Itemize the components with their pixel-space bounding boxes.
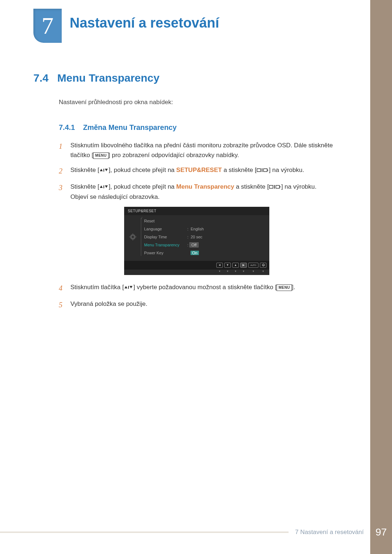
svg-marker-7 xyxy=(100,185,103,188)
nav-power-icon: ⏻ xyxy=(260,263,266,268)
svg-rect-5 xyxy=(264,169,267,172)
up-down-icon xyxy=(99,168,109,172)
side-stripe xyxy=(370,0,392,554)
section-title: Menu Transparency xyxy=(57,72,160,84)
svg-rect-16 xyxy=(132,233,133,234)
svg-marker-20 xyxy=(124,286,127,288)
svg-rect-1 xyxy=(103,169,104,172)
osd-label-display-time: Display Time xyxy=(144,234,184,240)
osd-panel: SETUP&RESET Reset Language Display Time … xyxy=(124,207,269,275)
subsection-title: Změna Menu Transparency xyxy=(83,123,177,131)
nav-enter-icon: ▶ xyxy=(240,263,247,268)
svg-rect-10 xyxy=(269,185,273,188)
page-content: 7.4 Menu Transparency Nastavení průhledn… xyxy=(33,72,335,316)
highlight: SETUP&RESET xyxy=(176,167,222,173)
osd-label-column: Reset Language Display Time Menu Transpa… xyxy=(141,218,184,256)
osd-nav-bar: ◄ ▼ ▲ ▶ AUTO ⏻ xyxy=(124,261,269,270)
menu-key-icon: MENU xyxy=(93,152,108,159)
osd-icon-column xyxy=(128,218,138,256)
step-number: 1 xyxy=(59,140,65,160)
osd-value-transparency-off: : Off xyxy=(187,242,266,248)
svg-point-15 xyxy=(132,236,134,238)
nav-up-icon: ▲ xyxy=(232,263,239,268)
subsection-header: 7.4.1 Změna Menu Transparency xyxy=(59,123,335,132)
subsection-number: 7.4.1 xyxy=(59,123,75,131)
osd-value-transparency-on: On xyxy=(187,250,266,256)
menu-key-icon: MENU xyxy=(277,284,291,291)
step-text: Stiskněte [], pokud chcete přejít na SET… xyxy=(70,165,335,177)
enter-source-icon xyxy=(257,168,269,173)
svg-rect-3 xyxy=(257,169,261,172)
osd-screenshot: SETUP&RESET Reset Language Display Time … xyxy=(59,207,335,275)
step-2: 2 Stiskněte [], pokud chcete přejít na S… xyxy=(59,165,335,177)
svg-rect-8 xyxy=(103,185,104,188)
osd-label-power-key: Power Key xyxy=(144,250,184,256)
svg-rect-21 xyxy=(128,286,129,289)
svg-marker-2 xyxy=(105,169,108,171)
svg-marker-13 xyxy=(279,186,281,188)
svg-rect-19 xyxy=(135,237,136,237)
osd-label-language: Language xyxy=(144,226,184,232)
footer-divider xyxy=(0,532,289,533)
up-down-icon xyxy=(124,285,133,290)
dot-icon: ▾ xyxy=(224,270,231,273)
svg-rect-18 xyxy=(129,237,130,237)
osd-value-language: : English xyxy=(187,226,266,232)
section-header: 7.4 Menu Transparency xyxy=(33,72,335,84)
osd-label-reset: Reset xyxy=(144,218,184,224)
step-5: 5 Vybraná položka se použije. xyxy=(59,299,335,311)
step-3: 3 Stiskněte [], pokud chcete přejít na M… xyxy=(59,182,335,201)
svg-rect-4 xyxy=(262,168,262,172)
step-number: 4 xyxy=(59,282,65,294)
enter-source-icon xyxy=(269,184,281,189)
section-number: 7.4 xyxy=(33,72,49,84)
svg-rect-12 xyxy=(276,185,279,188)
step-text: Stisknutím libovolného tlačítka na předn… xyxy=(70,140,335,160)
step-text: Stiskněte [], pokud chcete přejít na Men… xyxy=(70,182,335,201)
osd-nav-dots: ▾ ▾ ▾ ▾ ▾ ▾ xyxy=(124,270,269,275)
svg-marker-6 xyxy=(267,169,269,171)
dot-icon: ▾ xyxy=(260,270,266,273)
nav-left-icon: ◄ xyxy=(216,263,223,268)
dot-icon: ▾ xyxy=(248,270,258,273)
svg-marker-22 xyxy=(130,286,132,288)
step-number: 2 xyxy=(59,165,65,177)
gear-icon xyxy=(129,233,136,241)
nav-auto-label: AUTO xyxy=(248,263,258,268)
osd-header: SETUP&RESET xyxy=(124,207,269,215)
up-down-icon xyxy=(99,185,109,189)
svg-marker-9 xyxy=(105,185,108,188)
step-text: Stisknutím tlačítka [] vyberte požadovan… xyxy=(70,282,335,294)
step-4: 4 Stisknutím tlačítka [] vyberte požadov… xyxy=(59,282,335,294)
dot-icon: ▾ xyxy=(240,270,247,273)
osd-value-column: : English : 20 sec : Off On xyxy=(187,218,266,256)
step-list-cont: 4 Stisknutím tlačítka [] vyberte požadov… xyxy=(59,282,335,311)
osd-value-display-time: : 20 sec xyxy=(187,234,266,240)
highlight: Menu Transparency xyxy=(176,183,234,190)
section-intro: Nastavení průhlednosti pro okna nabídek: xyxy=(59,99,335,106)
footer-page-number: 97 xyxy=(370,523,392,542)
osd-label-menu-transparency: Menu Transparency xyxy=(144,242,184,248)
svg-marker-0 xyxy=(100,169,103,171)
nav-down-icon: ▼ xyxy=(224,263,231,268)
osd-body: Reset Language Display Time Menu Transpa… xyxy=(124,215,269,261)
chapter-title: Nastavení a resetování xyxy=(70,15,219,31)
step-number: 3 xyxy=(59,182,65,201)
dot-icon: ▾ xyxy=(216,270,223,273)
svg-rect-11 xyxy=(274,185,275,189)
dot-icon: ▾ xyxy=(232,270,239,273)
page-footer: 7 Nastavení a resetování 97 xyxy=(0,523,392,542)
chapter-number: 7 xyxy=(42,14,54,38)
step-1: 1 Stisknutím libovolného tlačítka na pře… xyxy=(59,140,335,160)
svg-rect-17 xyxy=(132,239,133,240)
chapter-tab: 7 xyxy=(33,9,62,43)
footer-chapter-label: 7 Nastavení a resetování xyxy=(289,529,370,536)
step-list: 1 Stisknutím libovolného tlačítka na pře… xyxy=(59,140,335,202)
step-text: Vybraná položka se použije. xyxy=(70,299,335,311)
step-number: 5 xyxy=(59,299,65,311)
